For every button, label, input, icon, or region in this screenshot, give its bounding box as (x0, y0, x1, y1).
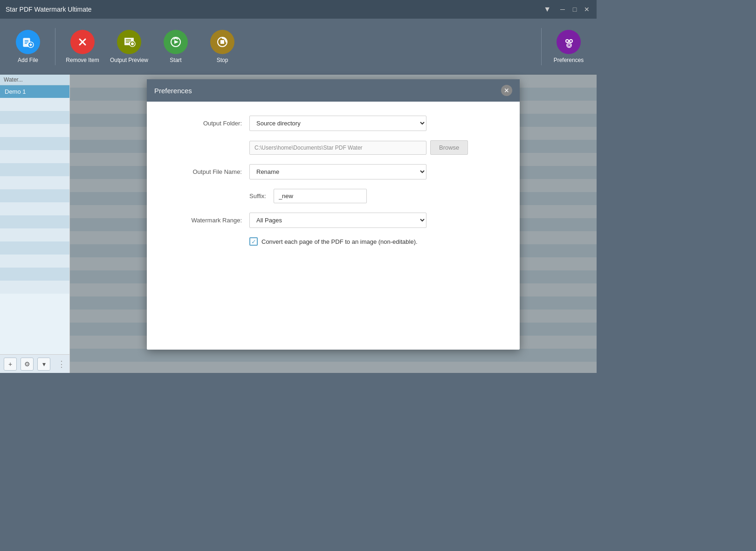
convert-checkbox[interactable]: ✓ (249, 237, 258, 246)
stripe-row (0, 268, 69, 281)
path-input[interactable] (249, 141, 426, 155)
stop-button[interactable]: Stop (199, 23, 246, 70)
dialog-header: Preferences ✕ (147, 79, 520, 102)
signal-icon: ▼ (543, 5, 551, 14)
stripe-row (0, 255, 69, 268)
stripe-row (0, 202, 69, 215)
stripe-row (0, 124, 69, 137)
bottom-toolbar: + ⚙ ▾ ⋮ (0, 354, 69, 373)
dialog-body: Output Folder: Source directory Browse (147, 102, 520, 260)
svg-point-22 (570, 40, 572, 42)
watermark-range-control: All Pages (249, 213, 426, 228)
svg-point-12 (131, 42, 134, 45)
preferences-dialog: Preferences ✕ Output Folder: Source dire… (147, 79, 520, 350)
check-mark: ✓ (251, 238, 256, 245)
main-area: Water... Demo 1 + ⚙ ▾ ⋮ (0, 75, 597, 373)
output-folder-control: Source directory (249, 116, 426, 131)
dialog-title: Preferences (154, 87, 192, 95)
stripe-row (0, 111, 69, 124)
stripe-row (0, 241, 69, 255)
watermark-range-row: Watermark Range: All Pages (165, 213, 501, 228)
minimize-button[interactable]: ─ (558, 5, 567, 14)
dropdown-button[interactable]: ▾ (37, 358, 50, 371)
suffix-row: Suffix: (249, 189, 501, 203)
suffix-input[interactable] (274, 189, 367, 203)
preferences-icon (557, 30, 581, 54)
remove-item-icon (70, 30, 95, 54)
output-folder-label: Output Folder: (165, 120, 249, 127)
watermark-range-label: Watermark Range: (165, 217, 249, 224)
stripe-row (0, 215, 69, 228)
output-folder-row: Output Folder: Source directory (165, 116, 501, 131)
app-title: Star PDF Watermark Ultimate (6, 6, 543, 13)
stripe-row (0, 281, 69, 294)
preferences-button[interactable]: Preferences (545, 23, 592, 70)
right-area: Preferences ✕ Output Folder: Source dire… (70, 75, 597, 373)
stripe-row (0, 189, 69, 202)
convert-label: Convert each page of the PDF to an image… (261, 238, 418, 245)
stripe-row (0, 150, 69, 163)
remove-item-button[interactable]: Remove Item (59, 23, 106, 70)
stripe-row (0, 163, 69, 176)
left-panel-tab: Water... (0, 75, 69, 85)
output-filename-select[interactable]: Rename (249, 164, 426, 179)
stripe-row (0, 98, 69, 111)
output-preview-label: Output Preview (110, 57, 148, 63)
stripe-row (0, 228, 69, 241)
start-label: Start (170, 57, 181, 63)
start-button[interactable]: Start (152, 23, 199, 70)
window-controls: ▼ ─ □ ✕ (543, 5, 591, 14)
toolbar: Add File Remove Item Output Preview (0, 19, 597, 75)
output-preview-icon (117, 30, 141, 54)
close-button[interactable]: ✕ (583, 5, 591, 14)
stop-icon (210, 30, 234, 54)
browse-button[interactable]: Browse (430, 140, 468, 155)
watermark-range-select[interactable]: All Pages (249, 213, 426, 228)
output-filename-control: Rename (249, 164, 426, 179)
output-filename-row: Output File Name: Rename (165, 164, 501, 179)
svg-rect-18 (220, 40, 224, 44)
stripe-row (0, 176, 69, 189)
path-row: Browse (249, 140, 501, 155)
remove-item-label: Remove Item (66, 57, 99, 63)
settings-button[interactable]: ⚙ (21, 358, 34, 371)
add-file-label: Add File (18, 57, 38, 63)
dialog-close-button[interactable]: ✕ (501, 85, 512, 96)
left-panel-empty-rows (0, 98, 69, 354)
checkbox-row: ✓ Convert each page of the PDF to an ima… (249, 237, 501, 246)
stop-label: Stop (217, 57, 228, 63)
separator-2 (541, 28, 542, 65)
svg-point-21 (566, 40, 568, 42)
maximize-button[interactable]: □ (570, 5, 579, 14)
separator-1 (55, 28, 55, 65)
add-file-button[interactable]: Add File (5, 23, 51, 70)
add-file-icon (16, 30, 40, 54)
drag-handle: ⋮ (54, 359, 66, 369)
titlebar: Star PDF Watermark Ultimate ▼ ─ □ ✕ (0, 0, 597, 19)
output-folder-select[interactable]: Source directory (249, 116, 426, 131)
left-panel-item-demo1[interactable]: Demo 1 (0, 85, 69, 98)
add-button[interactable]: + (4, 358, 17, 371)
preferences-label: Preferences (554, 57, 584, 63)
start-icon (164, 30, 188, 54)
suffix-label: Suffix: (249, 193, 274, 200)
left-panel: Water... Demo 1 + ⚙ ▾ ⋮ (0, 75, 70, 373)
output-filename-label: Output File Name: (165, 168, 249, 175)
stripe-row (0, 137, 69, 150)
dialog-overlay: Preferences ✕ Output Folder: Source dire… (70, 75, 597, 373)
output-preview-button[interactable]: Output Preview (106, 23, 152, 70)
